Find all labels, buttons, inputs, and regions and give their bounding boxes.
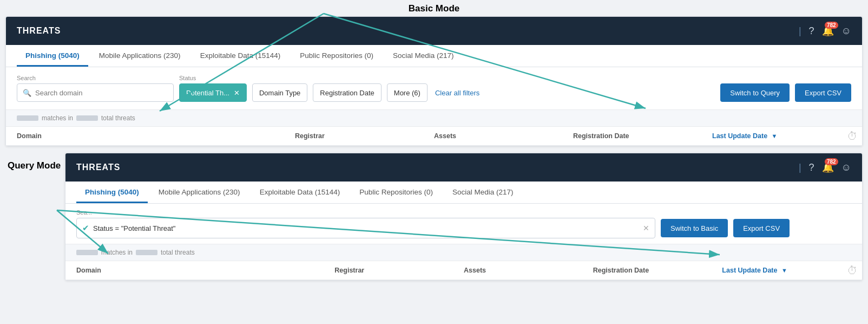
tab-repositories-query[interactable]: Public Repositories (0) xyxy=(351,182,442,203)
status-chip-text-basic: Potential Th... xyxy=(186,89,229,97)
help-icon-basic[interactable]: ? xyxy=(809,25,814,37)
th-domain-query: Domain xyxy=(76,267,334,274)
nav-bar-basic: THREATS | ? 🔔 782 ☺ xyxy=(6,17,862,45)
total-text-query: total threats xyxy=(161,249,195,256)
table-header-basic: Domain Registrar Assets Registration Dat… xyxy=(6,126,862,146)
query-chip: ✔ Status = "Potential Threat" ✕ xyxy=(82,223,649,233)
nav-icons-query: | ? 🔔 782 ☺ xyxy=(799,161,851,173)
registration-date-chip-basic[interactable]: Registration Date xyxy=(313,83,381,102)
notification-badge-query: 782 xyxy=(825,158,838,165)
tab-mobile-basic[interactable]: Mobile Applications (230) xyxy=(90,45,189,67)
clear-filters-btn-basic[interactable]: Clear all filters xyxy=(433,83,482,102)
table-area-query: Domain Registrar Assets Registration Dat… xyxy=(65,261,862,280)
th-registrar-query: Registrar xyxy=(334,267,464,274)
status-chip-close-basic[interactable]: ✕ xyxy=(234,89,240,97)
switch-to-basic-btn[interactable]: Switch to Basic xyxy=(661,219,728,237)
query-chip-text: Status = "Potential Threat" xyxy=(93,224,639,232)
nav-divider-query: | xyxy=(799,162,801,173)
search-input-wrapper-basic: 🔍 xyxy=(17,83,174,102)
sort-arrow-basic: ▼ xyxy=(772,133,778,139)
search-group-basic: Search 🔍 xyxy=(17,75,174,102)
status-group-basic: Status Potential Th... ✕ xyxy=(179,75,247,102)
bottom-section: Query Mode THREATS | ? 🔔 782 ☺ Phishing … xyxy=(0,153,868,281)
search-icon-basic: 🔍 xyxy=(23,89,31,97)
th-last-update-query[interactable]: Last Update Date ▼ xyxy=(722,267,851,274)
th-assets-basic: Assets xyxy=(434,132,573,140)
filter-row-basic: Search 🔍 Status Potential Th... ✕ Domain… xyxy=(6,67,862,109)
th-assets-query: Assets xyxy=(464,267,593,274)
query-input-wrapper[interactable]: ✔ Status = "Potential Threat" ✕ xyxy=(76,218,655,238)
total-count-block-query xyxy=(136,250,157,255)
switch-to-query-btn-basic[interactable]: Switch to Query xyxy=(720,83,790,102)
help-icon-query[interactable]: ? xyxy=(809,162,814,173)
basic-mode-panel: THREATS | ? 🔔 782 ☺ Phishing (5040) Mobi… xyxy=(5,16,863,146)
total-count-block-basic xyxy=(76,115,98,121)
query-input-action-row: ✔ Status = "Potential Threat" ✕ Switch t… xyxy=(76,218,851,238)
total-text-basic: total threats xyxy=(101,114,135,122)
basic-mode-label: Basic Mode xyxy=(0,0,868,16)
th-reg-date-query: Registration Date xyxy=(593,267,722,274)
tabs-query: Phishing (5040) Mobile Applications (230… xyxy=(65,182,862,204)
notification-icon-query[interactable]: 🔔 782 xyxy=(822,161,834,173)
export-csv-btn-query[interactable]: Export CSV xyxy=(733,219,790,237)
page-wrapper: Basic Mode THREATS | ? 🔔 782 ☺ Phishing … xyxy=(0,0,868,324)
status-label-basic: Status xyxy=(179,75,247,81)
table-area-basic: Domain Registrar Assets Registration Dat… xyxy=(6,126,862,146)
tab-phishing-basic[interactable]: Phishing (5040) xyxy=(17,45,88,67)
search-label-basic: Search xyxy=(17,75,174,81)
brand-query: THREATS xyxy=(76,163,120,172)
matches-count-block-query xyxy=(76,250,98,255)
tab-social-basic[interactable]: Social Media (217) xyxy=(384,45,463,67)
query-mode-label: Query Mode xyxy=(8,160,61,171)
brand-basic: THREATS xyxy=(17,26,61,36)
matches-row-query: matches in total threats xyxy=(65,244,862,261)
query-search-label: Sea... xyxy=(76,209,851,216)
matches-text-basic: matches in xyxy=(42,114,73,122)
tab-phishing-query[interactable]: Phishing (5040) xyxy=(76,182,148,203)
nav-icons-basic: | ? 🔔 782 ☺ xyxy=(799,25,851,37)
user-icon-query[interactable]: ☺ xyxy=(841,162,851,173)
tab-repositories-basic[interactable]: Public Repositories (0) xyxy=(291,45,382,67)
tab-exploitable-query[interactable]: Exploitable Data (15144) xyxy=(251,182,349,203)
user-icon-basic[interactable]: ☺ xyxy=(841,25,851,37)
tab-mobile-query[interactable]: Mobile Applications (230) xyxy=(150,182,249,203)
matches-text-query: matches in xyxy=(101,249,133,256)
status-chip-basic[interactable]: Potential Th... ✕ xyxy=(179,83,247,102)
tabs-basic: Phishing (5040) Mobile Applications (230… xyxy=(6,45,862,67)
th-domain-basic: Domain xyxy=(17,132,295,140)
query-mode-panel: THREATS | ? 🔔 782 ☺ Phishing (5040) Mobi… xyxy=(65,153,863,281)
notification-icon-basic[interactable]: 🔔 782 xyxy=(822,25,834,37)
scroll-indicator-query: ⏱ xyxy=(847,264,858,277)
tab-exploitable-basic[interactable]: Exploitable Data (15144) xyxy=(192,45,290,67)
notification-badge-basic: 782 xyxy=(825,22,838,29)
nav-bar-query: THREATS | ? 🔔 782 ☺ xyxy=(65,153,862,182)
sort-arrow-query: ▼ xyxy=(781,267,787,274)
th-reg-date-basic: Registration Date xyxy=(573,132,712,140)
search-input-basic[interactable] xyxy=(35,89,168,97)
matches-row-basic: matches in total threats xyxy=(6,109,862,126)
query-close-btn[interactable]: ✕ xyxy=(643,224,649,232)
domain-type-chip-basic[interactable]: Domain Type xyxy=(252,83,307,102)
export-csv-btn-basic[interactable]: Export CSV xyxy=(795,83,851,102)
th-registrar-basic: Registrar xyxy=(295,132,434,140)
query-input-section: Sea... ✔ Status = "Potential Threat" ✕ S… xyxy=(65,204,862,244)
scroll-indicator-basic: ⏱ xyxy=(847,130,858,142)
tab-social-query[interactable]: Social Media (217) xyxy=(444,182,522,203)
th-last-update-basic[interactable]: Last Update Date ▼ xyxy=(712,132,851,140)
matches-count-block-basic xyxy=(17,115,38,121)
more-chip-basic[interactable]: More (6) xyxy=(387,83,428,102)
nav-divider-basic: | xyxy=(799,25,801,37)
table-header-query: Domain Registrar Assets Registration Dat… xyxy=(65,261,862,280)
query-chip-icon: ✔ xyxy=(82,223,89,233)
